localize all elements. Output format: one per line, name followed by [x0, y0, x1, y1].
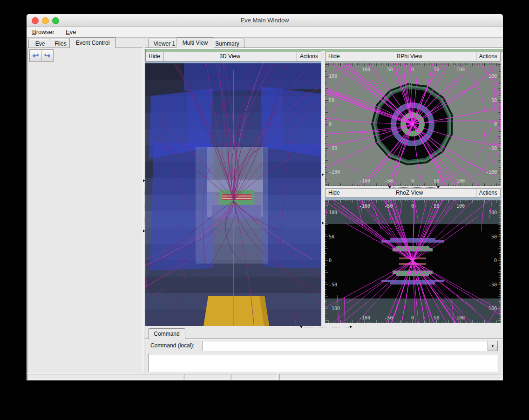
- down-triangle-icon: ▼: [491, 344, 495, 348]
- splitter-handle: [304, 327, 349, 327]
- svg-text:50: 50: [434, 178, 439, 183]
- svg-text:50: 50: [434, 315, 439, 320]
- curved-right-arrow-icon: ↪: [44, 51, 50, 60]
- svg-text:-100: -100: [359, 67, 370, 72]
- window-title: Eve Main Window: [27, 14, 503, 27]
- svg-text:50: 50: [329, 98, 334, 103]
- svg-text:100: 100: [456, 315, 465, 320]
- status-segment: [231, 374, 278, 380]
- splitter-handle: [323, 177, 323, 220]
- status-segment: [184, 374, 229, 380]
- 3d-viewport[interactable]: [145, 63, 321, 326]
- svg-text:0: 0: [411, 315, 414, 320]
- tab-eve[interactable]: Eve: [28, 39, 52, 48]
- svg-text:-50: -50: [384, 178, 393, 183]
- svg-text:-100: -100: [486, 306, 497, 311]
- svg-text:-100: -100: [359, 203, 370, 209]
- svg-text:100: 100: [488, 210, 497, 215]
- svg-text:50: 50: [434, 203, 439, 209]
- 3d-view-title: 3D View: [163, 52, 297, 61]
- 3d-hide-button[interactable]: Hide: [145, 52, 163, 61]
- svg-text:0: 0: [329, 258, 332, 263]
- 3d-view-header: Hide 3D View Actions: [145, 52, 321, 61]
- command-input[interactable]: [203, 341, 488, 351]
- status-segment: [279, 374, 502, 380]
- rhoz-view-title: RhoZ View: [343, 188, 476, 198]
- svg-text:-50: -50: [488, 146, 497, 151]
- viewer-splitter-vertical[interactable]: [321, 51, 325, 326]
- splitter-collapse-icon: [300, 326, 303, 328]
- splitter-collapse-icon: [349, 326, 352, 328]
- tab-multi-view[interactable]: Multi View: [176, 37, 214, 48]
- menu-browser[interactable]: Browser: [27, 27, 59, 37]
- rhoz-view-header: Hide RhoZ View Actions: [325, 188, 501, 198]
- previous-event-button[interactable]: ↩: [29, 49, 42, 62]
- svg-text:100: 100: [329, 74, 337, 79]
- rhoz-actions-button[interactable]: Actions: [476, 188, 501, 198]
- command-panel: Command (local): ▼: [145, 339, 503, 374]
- svg-text:50: 50: [491, 98, 497, 103]
- rhoz-viewport[interactable]: -100-100-50-50005050100100100100505000-5…: [325, 200, 501, 323]
- menu-eve[interactable]: Eve: [61, 27, 81, 37]
- rphi-view-header: Hide RPhi View Actions: [325, 52, 501, 61]
- status-segment: [27, 374, 182, 380]
- title-bar[interactable]: Eve Main Window: [27, 14, 503, 27]
- tab-files[interactable]: Files: [49, 39, 72, 48]
- svg-text:-100: -100: [359, 178, 370, 183]
- menu-bar: Browser Eve: [27, 27, 503, 38]
- svg-text:-100: -100: [329, 306, 340, 311]
- svg-text:0: 0: [411, 178, 414, 183]
- rphi-viewport[interactable]: -100-100-50-50005050100100100100505000-5…: [325, 63, 501, 186]
- command-output[interactable]: [148, 354, 498, 372]
- command-dropdown-button[interactable]: ▼: [488, 341, 498, 351]
- svg-text:0: 0: [411, 203, 414, 209]
- rhoz-hide-button[interactable]: Hide: [325, 188, 343, 198]
- svg-text:-50: -50: [384, 315, 393, 320]
- status-bar: [27, 374, 503, 380]
- svg-text:-50: -50: [329, 146, 337, 151]
- svg-text:-50: -50: [384, 203, 393, 209]
- splitter-handle: [144, 183, 144, 228]
- svg-text:50: 50: [329, 234, 334, 239]
- svg-text:-50: -50: [329, 282, 337, 287]
- event-control-panel: ↩ ↪: [27, 47, 143, 373]
- svg-text:0: 0: [329, 122, 332, 127]
- svg-text:-50: -50: [384, 67, 393, 72]
- svg-text:100: 100: [456, 178, 465, 183]
- rphi-actions-button[interactable]: Actions: [476, 52, 501, 61]
- svg-text:50: 50: [434, 67, 439, 72]
- svg-text:-100: -100: [486, 169, 497, 175]
- tab-event-control[interactable]: Event Control: [69, 37, 116, 48]
- svg-text:50: 50: [491, 234, 497, 239]
- svg-text:0: 0: [411, 67, 414, 72]
- zoom-button[interactable]: [52, 17, 59, 24]
- minimize-button[interactable]: [42, 17, 49, 24]
- svg-text:0: 0: [494, 122, 497, 127]
- splitter-collapse-icon: [322, 173, 324, 176]
- eve-main-window: Eve Main Window Browser Eve Eve Files Ev…: [27, 14, 503, 380]
- svg-text:100: 100: [456, 203, 465, 209]
- desktop-background: Eve Main Window Browser Eve Eve Files Ev…: [0, 0, 529, 420]
- next-event-button[interactable]: ↪: [41, 49, 54, 62]
- curved-left-arrow-icon: ↩: [33, 51, 39, 60]
- svg-text:100: 100: [456, 67, 465, 72]
- svg-text:100: 100: [329, 210, 337, 215]
- svg-text:100: 100: [488, 74, 497, 79]
- splitter-collapse-icon: [322, 222, 324, 224]
- command-prompt-label: Command (local):: [150, 342, 195, 349]
- tab-command[interactable]: Command: [148, 328, 185, 339]
- tab-summary[interactable]: Summary: [210, 39, 244, 48]
- svg-text:-100: -100: [329, 169, 340, 175]
- svg-text:-50: -50: [488, 282, 497, 287]
- rphi-view-title: RPhi View: [343, 52, 476, 61]
- viewer-command-splitter[interactable]: [145, 326, 503, 328]
- splitter-handle: [393, 187, 436, 188]
- rphi-hide-button[interactable]: Hide: [325, 52, 343, 61]
- svg-text:0: 0: [494, 258, 497, 263]
- svg-text:-100: -100: [359, 315, 370, 320]
- 3d-actions-button[interactable]: Actions: [297, 52, 321, 61]
- close-button[interactable]: [32, 17, 39, 24]
